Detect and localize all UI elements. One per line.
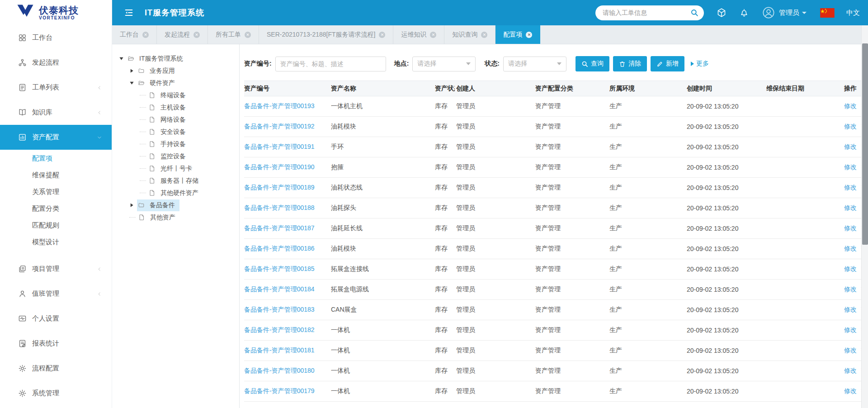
asset-no-link[interactable]: 备品备件-资产管理00183 [244,306,315,313]
tree-node-监控设备[interactable]: 监控设备 [112,150,239,162]
op-link-修改[interactable]: 修改 [844,265,857,272]
search-button[interactable]: 查询 [576,56,609,71]
tree-node-手持设备[interactable]: 手持设备 [112,138,239,150]
op-link-修改[interactable]: 修改 [844,245,857,252]
op-link-修改[interactable]: 修改 [844,143,857,150]
asset-no-link[interactable]: 备品备件-资产管理00189 [244,184,315,191]
language-switch[interactable]: 中文 [846,9,860,17]
tab-close-icon[interactable]: ✕ [481,32,487,38]
asset-no-link[interactable]: 备品备件-资产管理00193 [244,102,315,109]
asset-no-link[interactable]: 备品备件-资产管理00184 [244,285,315,293]
op-link-修改[interactable]: 修改 [844,123,857,130]
folder-open-icon [127,55,134,62]
tree-node-硬件资产[interactable]: 硬件资产 [112,77,239,89]
op-link-修改[interactable]: 修改 [844,346,857,354]
asset-no-link[interactable]: 备品备件-资产管理00185 [244,265,315,272]
tab-close-icon[interactable]: ✕ [245,32,251,38]
sidebar-item-资产配置[interactable]: 资产配置 [0,125,112,150]
tab-知识查询[interactable]: 知识查询✕ [444,25,495,44]
vertical-scrollbar[interactable] [861,25,868,408]
op-link-修改[interactable]: 修改 [844,367,857,374]
tab-所有工单[interactable]: 所有工单✕ [208,25,259,44]
sidebar-item-工单列表[interactable]: 工单列表 [0,75,112,100]
tab-close-icon[interactable]: ✕ [193,32,200,38]
collapse-menu-icon[interactable] [124,8,134,18]
cell-created: 20-09-02 13:05:20 [687,280,766,300]
tab-发起流程[interactable]: 发起流程✕ [157,25,208,44]
asset-no-link[interactable]: 备品备件-资产管理00190 [244,163,315,171]
sidebar-item-工作台[interactable]: 工作台 [0,25,112,50]
tree-node-终端设备[interactable]: 终端设备 [112,89,239,101]
tab-close-icon[interactable]: ✕ [379,32,385,38]
op-link-修改[interactable]: 修改 [844,102,857,109]
sidebar-item-知识库[interactable]: 知识库 [0,100,112,125]
caret-right-icon [129,68,134,73]
sidebar-item-个人设置[interactable]: 个人设置 [0,306,112,331]
clear-button[interactable]: 清除 [613,56,647,71]
sidebar-subitem-配置分类[interactable]: 配置分类 [0,200,112,217]
asset-no-link[interactable]: 备品备件-资产管理00191 [244,143,315,150]
location-select[interactable]: 请选择 [412,57,476,71]
asset-no-link[interactable]: 备品备件-资产管理00182 [244,326,315,333]
asset-no-link[interactable]: 备品备件-资产管理00187 [244,224,315,232]
user-menu[interactable]: 管理员 [779,9,807,17]
scrollbar-thumb[interactable] [862,43,868,245]
sidebar-item-报表统计[interactable]: 报表统计 [0,331,112,356]
op-link-修改[interactable]: 修改 [844,326,857,333]
tree-node-业务应用[interactable]: 业务应用 [112,65,239,77]
op-link-修改[interactable]: 修改 [844,285,857,293]
sidebar-subitem-匹配规则[interactable]: 匹配规则 [0,217,112,233]
cell-no: 备品备件-资产管理00189 [244,178,331,198]
tab-SER-20210713-2188[FT服务请求流程][interactable]: SER-20210713-2188[FT服务请求流程]✕ [259,25,393,44]
tree-node-服务器丨存储[interactable]: 服务器丨存储 [112,175,239,187]
op-link-修改[interactable]: 修改 [844,387,857,394]
op-link-修改[interactable]: 修改 [844,204,857,211]
tab-工作台[interactable]: 工作台✕ [112,25,157,44]
more-button[interactable]: 更多 [691,60,709,68]
asset-no-link[interactable]: 备品备件-资产管理00186 [244,245,315,252]
cube-icon[interactable] [717,8,726,18]
tree-node-备品备件[interactable]: 备品备件 [112,199,239,211]
sidebar-subitem-关系管理[interactable]: 关系管理 [0,183,112,200]
tree-node-主机设备[interactable]: 主机设备 [112,101,239,114]
asset-no-link[interactable]: 备品备件-资产管理00192 [244,123,315,130]
sidebar-subitem-配置项[interactable]: 配置项 [0,150,112,166]
asset-no-link[interactable]: 备品备件-资产管理00181 [244,346,315,354]
tree-node-其他资产[interactable]: 其他资产 [112,211,239,223]
tab-配置项[interactable]: 配置项✕ [495,25,540,44]
tab-close-icon[interactable]: ✕ [526,32,532,38]
op-link-修改[interactable]: 修改 [844,163,857,171]
sidebar-subitem-维保提醒[interactable]: 维保提醒 [0,166,112,183]
user-avatar-icon[interactable] [762,6,775,19]
search-icon[interactable] [690,9,698,17]
tab-close-icon[interactable]: ✕ [430,32,436,38]
sidebar-item-流程配置[interactable]: 流程配置 [0,356,112,381]
op-link-修改[interactable]: 修改 [844,306,857,313]
asset-no-input[interactable] [275,57,386,71]
sidebar-item-系统管理[interactable]: 系统管理 [0,381,112,406]
tree-node-安全设备[interactable]: 安全设备 [112,126,239,138]
add-button[interactable]: 新增 [651,56,684,71]
sidebar-item-值班管理[interactable]: 值班管理 [0,281,112,306]
tab-close-icon[interactable]: ✕ [142,32,149,38]
sidebar-item-项目管理[interactable]: 项目管理 [0,256,112,281]
tree-node-IT服务管理系统[interactable]: IT服务管理系统 [112,52,239,65]
status-select[interactable]: 请选择 [503,57,566,71]
sidebar-subitem-模型设计[interactable]: 模型设计 [0,233,112,250]
asset-no-link[interactable]: 备品备件-资产管理00179 [244,387,315,394]
workorder-search-input[interactable] [603,9,690,16]
asset-no-link[interactable]: 备品备件-资产管理00180 [244,367,315,374]
tree-node-其他硬件资产[interactable]: 其他硬件资产 [112,187,239,199]
tab-运维知识[interactable]: 运维知识✕ [393,25,444,44]
bell-icon[interactable] [739,8,749,18]
status-select-value: 请选择 [508,60,527,68]
tree-node-网络设备[interactable]: 网络设备 [112,114,239,126]
chart-icon [18,133,27,142]
cell-creator: 管理员 [456,198,535,218]
asset-no-link[interactable]: 备品备件-资产管理00188 [244,204,315,211]
op-link-修改[interactable]: 修改 [844,184,857,191]
op-link-修改[interactable]: 修改 [844,224,857,232]
china-flag-icon[interactable] [820,8,835,18]
sidebar-item-发起流程[interactable]: 发起流程 [0,50,112,75]
tree-node-光纤丨号卡[interactable]: 光纤丨号卡 [112,162,239,175]
